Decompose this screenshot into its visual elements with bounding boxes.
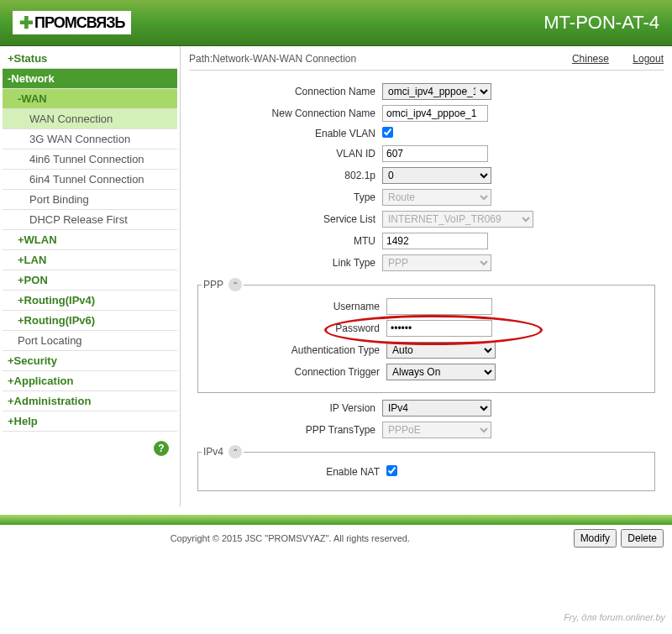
service-list-label: Service List bbox=[197, 213, 382, 225]
new-connection-name-input[interactable] bbox=[382, 105, 488, 122]
ipv4-legend: IPv4 bbox=[203, 446, 223, 458]
ppp-legend: PPP bbox=[203, 279, 223, 291]
enable-vlan-label: Enable VLAN bbox=[197, 128, 382, 139]
link-type-label: Link Type bbox=[197, 257, 382, 269]
logout-link[interactable]: Logout bbox=[633, 53, 664, 65]
8021p-select[interactable]: 0 bbox=[382, 167, 491, 184]
8021p-label: 802.1p bbox=[197, 170, 382, 181]
delete-button[interactable]: Delete bbox=[621, 529, 664, 548]
sidebar-item-6in4[interactable]: 6in4 Tunnel Connection bbox=[3, 170, 177, 190]
model-name: MT-PON-AT-4 bbox=[543, 12, 659, 34]
breadcrumb: Path:Network-WAN-WAN Connection bbox=[189, 53, 356, 65]
connection-name-label: Connection Name bbox=[197, 86, 382, 97]
ip-version-label: IP Version bbox=[197, 402, 382, 414]
sidebar-item-4in6[interactable]: 4in6 Tunnel Connection bbox=[3, 149, 177, 170]
mtu-label: MTU bbox=[197, 235, 382, 247]
new-connection-name-label: New Connection Name bbox=[197, 107, 382, 119]
ppp-trans-label: PPP TransType bbox=[197, 424, 382, 436]
vlan-id-label: VLAN ID bbox=[197, 148, 382, 160]
username-label: Username bbox=[202, 301, 386, 312]
trigger-select[interactable]: Always On bbox=[386, 364, 496, 380]
trigger-label: Connection Trigger bbox=[202, 366, 386, 378]
sidebar-item-network[interactable]: Network bbox=[3, 69, 177, 89]
sidebar-item-routing-ipv6[interactable]: Routing(IPv6) bbox=[3, 311, 177, 331]
sidebar-item-application[interactable]: Application bbox=[3, 371, 177, 391]
connection-name-select[interactable]: omci_ipv4_pppoe_1 bbox=[382, 83, 491, 100]
sidebar-item-port-locating[interactable]: Port Locating bbox=[3, 331, 177, 351]
ppp-fieldset: PPP⌃ Username Password Authentication Ty… bbox=[197, 278, 655, 393]
enable-vlan-checkbox[interactable] bbox=[382, 127, 393, 138]
content: Path:Network-WAN-WAN Connection Chinese … bbox=[181, 46, 672, 506]
sidebar: Status Network WAN WAN Connection 3G WAN… bbox=[0, 46, 181, 506]
vlan-id-input[interactable] bbox=[382, 145, 488, 162]
brand-text: ПРОМСВЯЗЬ bbox=[34, 14, 124, 32]
auth-type-select[interactable]: Auto bbox=[386, 342, 496, 359]
enable-nat-label: Enable NAT bbox=[202, 466, 386, 478]
sidebar-item-security[interactable]: Security bbox=[3, 351, 177, 371]
sidebar-item-dhcp-release[interactable]: DHCP Release First bbox=[3, 210, 177, 230]
service-list-select[interactable]: INTERNET_VoIP_TR069 bbox=[382, 211, 533, 228]
language-link[interactable]: Chinese bbox=[572, 53, 609, 65]
username-input[interactable] bbox=[386, 298, 492, 315]
logo-icon: ✚ bbox=[19, 13, 33, 33]
mtu-input[interactable] bbox=[382, 233, 488, 249]
sidebar-item-routing-ipv4[interactable]: Routing(IPv4) bbox=[3, 291, 177, 311]
ppp-trans-select[interactable]: PPPoE bbox=[382, 422, 491, 438]
sidebar-item-status[interactable]: Status bbox=[3, 49, 177, 69]
sidebar-item-3g-wan[interactable]: 3G WAN Connection bbox=[3, 129, 177, 149]
auth-type-label: Authentication Type bbox=[202, 344, 386, 356]
type-label: Type bbox=[197, 191, 382, 203]
collapse-icon[interactable]: ⌃ bbox=[228, 278, 242, 291]
footer-bar bbox=[0, 515, 672, 525]
sidebar-item-wan-connection[interactable]: WAN Connection bbox=[3, 109, 177, 129]
link-type-select[interactable]: PPP bbox=[382, 254, 491, 271]
modify-button[interactable]: Modify bbox=[574, 529, 617, 548]
sidebar-item-wlan[interactable]: WLAN bbox=[3, 230, 177, 250]
type-select[interactable]: Route bbox=[382, 189, 491, 206]
brand-logo: ✚ ПРОМСВЯЗЬ bbox=[13, 11, 131, 34]
sidebar-item-administration[interactable]: Administration bbox=[3, 391, 177, 411]
help-icon[interactable]: ? bbox=[154, 441, 169, 456]
ipv4-fieldset: IPv4⌃ Enable NAT bbox=[197, 445, 655, 491]
form-area: Connection Nameomci_ipv4_pppoe_1 New Con… bbox=[189, 71, 664, 502]
enable-nat-checkbox[interactable] bbox=[386, 465, 397, 476]
sidebar-item-lan[interactable]: LAN bbox=[3, 250, 177, 270]
collapse-icon[interactable]: ⌃ bbox=[228, 445, 242, 458]
copyright: Copyright © 2015 JSC "PROMSVYAZ". All ri… bbox=[8, 533, 572, 543]
sidebar-item-port-binding[interactable]: Port Binding bbox=[3, 190, 177, 210]
password-input[interactable] bbox=[386, 320, 492, 337]
sidebar-item-help[interactable]: Help bbox=[3, 411, 177, 432]
password-label: Password bbox=[202, 322, 386, 334]
header: ✚ ПРОМСВЯЗЬ MT-PON-AT-4 bbox=[0, 0, 672, 46]
sidebar-item-wan[interactable]: WAN bbox=[3, 89, 177, 109]
ip-version-select[interactable]: IPv4 bbox=[382, 400, 491, 417]
sidebar-item-pon[interactable]: PON bbox=[3, 270, 177, 291]
